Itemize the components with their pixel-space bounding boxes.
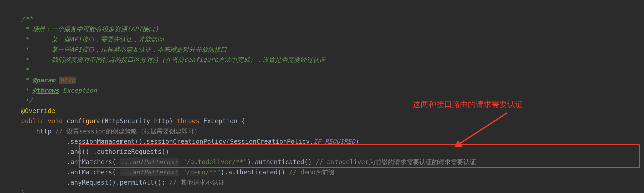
- inlay-hint: ...antPatterns:: [120, 169, 179, 176]
- string-literal: autodeliver: [190, 158, 232, 166]
- javadoc-line: * 场景：一个服务中可能有很多资源(API接口): [21, 25, 159, 33]
- javadoc-line: * 我们就需要对不同特点的接口区分对待（在当前configure方法中完成），设…: [21, 56, 325, 63]
- javadoc-line: * 某一些API接口，压根就不需要认证，本来就是对外开放的接口: [21, 46, 227, 53]
- javadoc-throws-lead: *: [21, 87, 32, 94]
- javadoc-line: *: [21, 66, 29, 74]
- kw-throws: throws: [177, 117, 200, 125]
- paren-open: (: [101, 117, 104, 125]
- method-name: configure: [67, 117, 101, 125]
- javadoc-open: /**: [21, 15, 32, 23]
- javadoc-param-lead: *: [21, 77, 32, 84]
- sp: [179, 169, 182, 176]
- string-literal: /**": [232, 158, 247, 166]
- line-comment: // demo为前缀: [289, 169, 334, 176]
- inlay-hint: ...antPatterns:: [120, 158, 179, 166]
- line-comment: // 设置session的创建策略（根据需要创建即可）: [55, 128, 201, 135]
- code-line: .antMatchers(: [21, 169, 120, 176]
- javadoc-line: * 某一些API接口，需要先认证，才能访问: [21, 36, 164, 43]
- string-literal: "/: [183, 158, 190, 166]
- enum-const: IF_REQUIRED: [314, 138, 355, 145]
- kw-public: public: [21, 117, 44, 125]
- string-literal: demo: [190, 169, 206, 176]
- annotation-override: @Override: [21, 107, 55, 115]
- code-tail: ): [355, 138, 359, 145]
- code-tail: ).authenticated(): [247, 158, 316, 166]
- code-editor[interactable]: /** * 场景：一个服务中可能有很多资源(API接口) * 某一些API接口，…: [0, 0, 644, 193]
- throws-type: Exception: [203, 117, 238, 125]
- javadoc-throws-tag: @throws: [32, 87, 59, 94]
- code-line: http: [21, 128, 55, 135]
- javadoc-param-name: http: [59, 77, 76, 84]
- brace-close: }: [21, 189, 25, 193]
- paren-close: ): [169, 117, 173, 125]
- line-comment: // autodeliver为前缀的请求需要认证的请求需要认证: [316, 158, 476, 166]
- annotation-note: 这两种接口路由的请求需要认证: [413, 99, 523, 109]
- param-var: http: [154, 117, 169, 125]
- javadoc-param-tag: @param: [32, 77, 55, 84]
- javadoc-throws-class: Exception: [59, 87, 97, 94]
- string-literal: "/: [183, 169, 190, 176]
- code-tail: ).authenticated(): [221, 169, 289, 176]
- param-type: HttpSecurity: [105, 117, 154, 125]
- string-literal: /**": [206, 169, 221, 176]
- kw-void: void: [48, 117, 63, 125]
- sp: [179, 158, 182, 166]
- line-comment: // 其他请求不认证: [169, 179, 225, 186]
- brace-open: {: [241, 117, 245, 125]
- code-line: .and() .authorizeRequests(): [21, 148, 169, 156]
- code-line: .sessionManagement().sessionCreationPoli…: [21, 138, 314, 145]
- javadoc-close: */: [21, 97, 32, 104]
- code-line: .antMatchers(: [21, 158, 120, 166]
- code-line: .anyRequest().permitAll();: [21, 179, 169, 186]
